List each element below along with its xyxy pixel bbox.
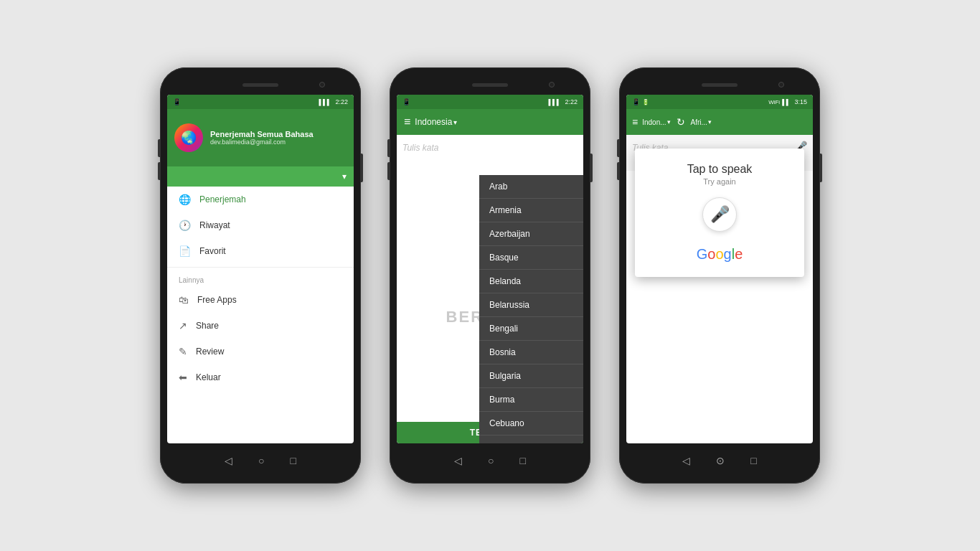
status-icon-2: 📱 <box>402 98 410 105</box>
lang-label-2: Afri... <box>691 118 707 126</box>
status-left-2: 📱 <box>402 98 410 105</box>
dropdown-item-belanda[interactable]: Belanda <box>479 270 583 293</box>
globe-icon: 🌐 <box>179 194 191 205</box>
apps-icon: 🛍 <box>179 294 189 306</box>
signal-icon: ▌▌▌ <box>319 99 331 105</box>
recents-button[interactable]: □ <box>291 455 296 466</box>
camera-2 <box>549 82 555 88</box>
drawer-menu: 🌐 Penerjemah 🕐 Riwayat 📄 Favorit Lainnya… <box>167 187 354 390</box>
speaker-2 <box>472 83 508 87</box>
p2-toolbar: ≡ Indonesia ▾ <box>397 109 583 135</box>
dropdown-item-azerbaijan[interactable]: Azerbaijan <box>479 222 583 246</box>
menu-label-riwayat: Riwayat <box>199 220 230 230</box>
status-right-2: ▌▌▌ 2:22 <box>548 98 578 105</box>
phone-3-nav-bar: ◁ ⊙ □ <box>626 448 813 474</box>
home-button-2[interactable]: ○ <box>488 455 494 466</box>
back-button-2[interactable]: ◁ <box>454 455 462 466</box>
menu-item-keluar[interactable]: ⬅ Keluar <box>167 364 354 390</box>
home-button-3[interactable]: ⊙ <box>716 455 725 466</box>
volume-down-button-2 <box>387 162 390 180</box>
wifi-icon: WiFi <box>768 99 780 105</box>
menu-label-penerjemah: Penerjemah <box>199 194 246 204</box>
p2-content: Tulis kata TERJE... BEROKAL Arab Armenia… <box>397 135 583 443</box>
lang-arrow-1: ▾ <box>667 118 671 126</box>
camera <box>319 82 325 88</box>
signal-icon-2: ▌▌▌ <box>548 99 560 105</box>
phone-2-nav-bar: ◁ ○ □ <box>397 448 583 474</box>
status-icon-3: 📱 <box>632 98 640 105</box>
power-button-3 <box>820 154 822 182</box>
menu-item-favorit[interactable]: 📄 Favorit <box>167 238 354 264</box>
dropdown-item-bengali[interactable]: Bengali <box>479 317 583 341</box>
phone-1: 📱 ▌▌▌ 2:22 🌏 Penerjemah Semua Bahasa dev… <box>160 67 361 484</box>
phones-container: 📱 ▌▌▌ 2:22 🌏 Penerjemah Semua Bahasa dev… <box>0 67 980 484</box>
status-right-3: WiFi ▌▌ 3:15 <box>768 98 807 105</box>
volume-up-button-2 <box>387 139 390 157</box>
phone-3-screen: 📱 🔋 WiFi ▌▌ 3:15 ≡ Indon... ▾ ↻ Afri. <box>626 95 813 443</box>
refresh-icon[interactable]: ↻ <box>677 116 685 128</box>
menu-icon-3[interactable]: ≡ <box>632 116 638 128</box>
favorite-icon: 📄 <box>179 245 191 257</box>
user-name: Penerjemah Semua Bahasa <box>210 130 314 138</box>
voice-dialog[interactable]: Tap to speak Try again 🎤 Google <box>635 149 804 277</box>
user-email: dev.balimedia@gmail.com <box>210 138 314 146</box>
dropdown-item-burma[interactable]: Burma <box>479 388 583 412</box>
dropdown-item-cek[interactable]: Cek <box>479 435 583 443</box>
share-icon: ↗ <box>179 320 187 331</box>
status-bar-1: 📱 ▌▌▌ 2:22 <box>167 95 354 109</box>
dropdown-item-belarussia[interactable]: Belarussia <box>479 293 583 317</box>
phone-2-screen: 📱 ▌▌▌ 2:22 ≡ Indonesia ▾ Tulis kata <box>397 95 583 443</box>
dropdown-item-cebuano[interactable]: Cebuano <box>479 412 583 435</box>
input-placeholder-2: Tulis kata <box>402 143 438 153</box>
menu-item-penerjemah[interactable]: 🌐 Penerjemah <box>167 187 354 212</box>
time-display-3: 3:15 <box>794 98 807 105</box>
language-dropdown[interactable]: Arab Armenia Azerbaijan Basque Belanda B… <box>479 175 583 443</box>
lang-btn-1[interactable]: Indon... ▾ <box>642 118 670 126</box>
phone-2: 📱 ▌▌▌ 2:22 ≡ Indonesia ▾ Tulis kata <box>390 67 590 484</box>
home-button[interactable]: ○ <box>258 455 264 466</box>
dropdown-item-arab[interactable]: Arab <box>479 175 583 199</box>
language-selector[interactable]: Indonesia ▾ <box>415 117 457 127</box>
lang-label-1: Indon... <box>642 118 666 126</box>
phone-top-bar-3 <box>626 77 813 92</box>
power-button <box>361 154 363 182</box>
user-info: Penerjemah Semua Bahasa dev.balimedia@gm… <box>210 130 314 146</box>
speaker <box>242 83 278 87</box>
dropdown-item-bulgaria[interactable]: Bulgaria <box>479 364 583 388</box>
phone-3: 📱 🔋 WiFi ▌▌ 3:15 ≡ Indon... ▾ ↻ Afri. <box>619 67 820 484</box>
camera-3 <box>778 82 784 88</box>
phone-1-screen: 📱 ▌▌▌ 2:22 🌏 Penerjemah Semua Bahasa dev… <box>167 95 354 443</box>
back-button[interactable]: ◁ <box>225 455 232 466</box>
battery-icon-3: 🔋 <box>642 99 649 105</box>
back-button-3[interactable]: ◁ <box>682 455 690 466</box>
dropdown-item-armenia[interactable]: Armenia <box>479 199 583 222</box>
recents-button-2[interactable]: □ <box>520 455 526 466</box>
status-left: 📱 <box>173 98 181 105</box>
mic-button[interactable]: 🎤 <box>702 197 737 232</box>
menu-item-review[interactable]: ✎ Review <box>167 339 354 364</box>
lang-btn-2[interactable]: Afri... ▾ <box>691 118 712 126</box>
menu-label-review: Review <box>196 347 224 357</box>
tap-to-speak-title: Tap to speak <box>687 163 753 176</box>
time-display-2: 2:22 <box>565 98 578 105</box>
dropdown-item-basque[interactable]: Basque <box>479 246 583 270</box>
google-logo: Google <box>697 246 743 263</box>
menu-item-free-apps[interactable]: 🛍 Free Apps <box>167 287 354 313</box>
volume-down-button-3 <box>617 162 619 180</box>
menu-label-share: Share <box>196 321 219 331</box>
menu-item-riwayat[interactable]: 🕐 Riwayat <box>167 212 354 238</box>
speaker-3 <box>702 83 738 87</box>
phone-top-bar-2 <box>397 77 583 92</box>
dropdown-arrow-2: ▾ <box>453 118 457 126</box>
volume-up-button <box>158 139 160 157</box>
menu-icon-2[interactable]: ≡ <box>404 116 410 128</box>
avatar: 🌏 <box>174 123 203 152</box>
menu-item-share[interactable]: ↗ Share <box>167 313 354 339</box>
status-left-3: 📱 🔋 <box>632 98 649 105</box>
status-icon: 📱 <box>173 98 181 105</box>
mic-icon-large: 🎤 <box>710 205 730 224</box>
power-button-2 <box>590 154 593 182</box>
dropdown-item-bosnia[interactable]: Bosnia <box>479 341 583 364</box>
recents-button-3[interactable]: □ <box>750 455 756 466</box>
menu-label-keluar: Keluar <box>196 372 221 382</box>
